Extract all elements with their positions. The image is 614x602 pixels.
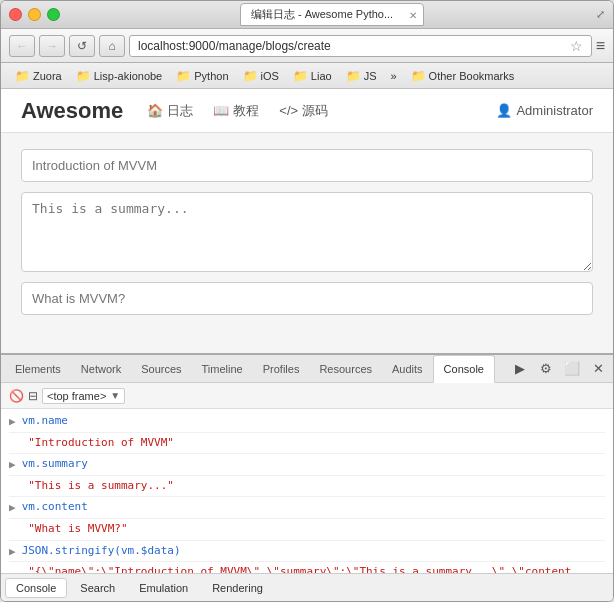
devtools-icons: ▶ ⚙ ⬜ ✕ <box>509 358 609 380</box>
console-toolbar: 🚫 ⊟ <top frame> ▼ <box>1 383 613 409</box>
console-prompt-arrow: ▶ <box>9 413 16 431</box>
tab-close-icon[interactable]: ✕ <box>409 9 417 20</box>
bookmark-lisp[interactable]: 📁 Lisp-akionobe <box>70 67 169 85</box>
bottom-tab-bar: Console Search Emulation Rendering <box>1 573 613 601</box>
browser-toolbar: ← → ↺ ⌂ localhost:9000/manage/blogs/crea… <box>1 29 613 63</box>
admin-section: 👤 Administrator <box>496 103 593 118</box>
tab-timeline[interactable]: Timeline <box>192 355 253 383</box>
console-input: vm.content <box>22 498 605 516</box>
tab-bar: 编辑日志 - Awesome Pytho... ✕ <box>68 3 596 26</box>
app-logo: Awesome <box>21 98 123 124</box>
console-row: "What is MVVM?" <box>9 519 605 541</box>
tab-title: 编辑日志 - Awesome Pytho... <box>251 8 393 20</box>
bookmark-python[interactable]: 📁 Python <box>170 67 234 85</box>
folder-icon: 📁 <box>176 69 191 83</box>
page-content <box>1 133 613 353</box>
filter-icon[interactable]: ⊟ <box>28 389 38 403</box>
frame-selector[interactable]: <top frame> ▼ <box>42 388 125 404</box>
bookmark-liao[interactable]: 📁 Liao <box>287 67 338 85</box>
browser-window: 编辑日志 - Awesome Pytho... ✕ ⤢ ← → ↺ ⌂ loca… <box>0 0 614 602</box>
book-icon: 📖 <box>213 103 229 118</box>
nav-tutorial[interactable]: 📖 教程 <box>213 102 259 120</box>
forward-button[interactable]: → <box>39 35 65 57</box>
console-output-arrow <box>9 435 22 453</box>
tab-profiles[interactable]: Profiles <box>253 355 310 383</box>
home-button[interactable]: ⌂ <box>99 35 125 57</box>
traffic-lights <box>9 8 60 21</box>
console-value: "What is MVVM?" <box>28 520 605 538</box>
bookmark-other[interactable]: 📁 Other Bookmarks <box>405 67 521 85</box>
devtools-panel: Elements Network Sources Timeline Profil… <box>1 353 613 601</box>
browser-tab[interactable]: 编辑日志 - Awesome Pytho... ✕ <box>240 3 424 26</box>
devtools-tab-bar: Elements Network Sources Timeline Profil… <box>1 355 613 383</box>
dock-icon[interactable]: ⬜ <box>561 358 583 380</box>
console-row: "{\"name\":\"Introduction of MVVM\",\"su… <box>9 562 605 573</box>
maximize-button[interactable] <box>47 8 60 21</box>
console-output-arrow <box>9 478 22 496</box>
settings-icon[interactable]: ⚙ <box>535 358 557 380</box>
close-button[interactable] <box>9 8 22 21</box>
console-value: "This is a summary..." <box>28 477 605 495</box>
frame-label: <top frame> <box>47 390 106 402</box>
console-row: ▶ vm.summary <box>9 454 605 476</box>
tab-sources[interactable]: Sources <box>131 355 191 383</box>
dropdown-arrow-icon: ▼ <box>110 390 120 401</box>
summary-textarea[interactable] <box>21 192 593 272</box>
bookmark-more[interactable]: » <box>384 68 402 84</box>
console-prompt-arrow: ▶ <box>9 543 16 561</box>
console-prompt-arrow: ▶ <box>9 499 16 517</box>
title-bar: 编辑日志 - Awesome Pytho... ✕ ⤢ <box>1 1 613 29</box>
browser-menu-icon[interactable]: ≡ <box>596 37 605 55</box>
folder-icon: 📁 <box>411 69 426 83</box>
window-resize-icon[interactable]: ⤢ <box>596 8 605 21</box>
reload-button[interactable]: ↺ <box>69 35 95 57</box>
clear-console-icon[interactable]: 🚫 <box>9 389 24 403</box>
tab-network[interactable]: Network <box>71 355 131 383</box>
bookmark-js[interactable]: 📁 JS <box>340 67 383 85</box>
console-row: ▶ JSON.stringify(vm.$data) <box>9 541 605 563</box>
console-prompt-arrow: ▶ <box>9 456 16 474</box>
execute-icon[interactable]: ▶ <box>509 358 531 380</box>
folder-icon: 📁 <box>243 69 258 83</box>
nav-tutorial-label: 教程 <box>233 102 259 120</box>
nav-blog[interactable]: 🏠 日志 <box>147 102 193 120</box>
content-input[interactable] <box>21 282 593 315</box>
bottom-tab-console[interactable]: Console <box>5 578 67 598</box>
console-input: vm.summary <box>22 455 605 473</box>
tab-console[interactable]: Console <box>433 355 495 383</box>
folder-icon: 📁 <box>15 69 30 83</box>
folder-icon: 📁 <box>293 69 308 83</box>
title-input[interactable] <box>21 149 593 182</box>
admin-icon: 👤 <box>496 103 512 118</box>
bookmarks-bar: 📁 Zuora 📁 Lisp-akionobe 📁 Python 📁 iOS 📁… <box>1 63 613 89</box>
folder-icon: 📁 <box>346 69 361 83</box>
tab-audits[interactable]: Audits <box>382 355 433 383</box>
minimize-button[interactable] <box>28 8 41 21</box>
tab-resources[interactable]: Resources <box>309 355 382 383</box>
console-value: "{\"name\":\"Introduction of MVVM\",\"su… <box>28 563 605 573</box>
bookmark-star-icon[interactable]: ☆ <box>570 38 583 54</box>
app-header: Awesome 🏠 日志 📖 教程 </> 源码 👤 Administrator <box>1 89 613 133</box>
console-row: ▶ vm.name <box>9 411 605 433</box>
home-icon: 🏠 <box>147 103 163 118</box>
tab-elements[interactable]: Elements <box>5 355 71 383</box>
console-output[interactable]: ▶ vm.name "Introduction of MVVM" ▶ vm.su… <box>1 409 613 573</box>
address-bar[interactable]: localhost:9000/manage/blogs/create ☆ <box>129 35 592 57</box>
close-devtools-icon[interactable]: ✕ <box>587 358 609 380</box>
nav-blog-label: 日志 <box>167 102 193 120</box>
back-button[interactable]: ← <box>9 35 35 57</box>
console-input: JSON.stringify(vm.$data) <box>22 542 605 560</box>
bottom-tab-rendering[interactable]: Rendering <box>201 578 274 598</box>
bottom-tab-search[interactable]: Search <box>69 578 126 598</box>
app-nav: 🏠 日志 📖 教程 </> 源码 <box>147 102 496 120</box>
bookmark-zuora[interactable]: 📁 Zuora <box>9 67 68 85</box>
console-output-arrow <box>9 564 22 573</box>
bookmark-ios[interactable]: 📁 iOS <box>237 67 285 85</box>
console-row: "This is a summary..." <box>9 476 605 498</box>
code-icon: </> <box>279 103 298 118</box>
console-row: "Introduction of MVVM" <box>9 433 605 455</box>
bottom-tab-emulation[interactable]: Emulation <box>128 578 199 598</box>
nav-source[interactable]: </> 源码 <box>279 102 328 120</box>
nav-source-label: 源码 <box>302 102 328 120</box>
folder-icon: 📁 <box>76 69 91 83</box>
